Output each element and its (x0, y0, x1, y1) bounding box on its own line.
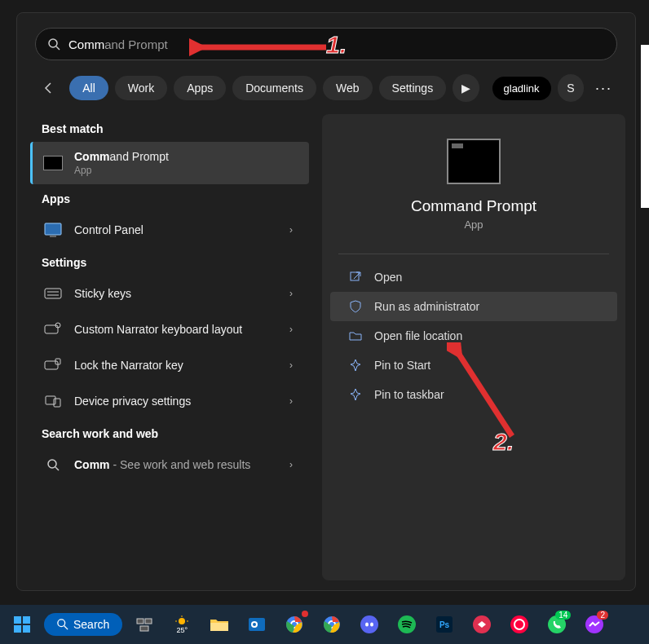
action-label: Pin to taskbar (374, 388, 444, 401)
filter-web[interactable]: Web (323, 76, 373, 100)
svg-point-42 (365, 623, 369, 627)
divider (338, 254, 609, 254)
search-icon (57, 619, 68, 630)
svg-line-14 (55, 467, 59, 470)
taskbar-photoshop[interactable]: Ps (429, 609, 460, 640)
discord-icon (360, 615, 379, 634)
back-button[interactable] (35, 73, 63, 103)
preview-subtitle: App (464, 218, 483, 231)
filter-more-play[interactable]: ▶ (453, 74, 479, 102)
result-title: Custom Narrator keyboard layout (74, 323, 280, 336)
keyboard-icon (42, 284, 64, 303)
svg-point-0 (49, 39, 57, 47)
svg-rect-4 (45, 289, 61, 298)
chevron-right-icon: › (289, 224, 298, 236)
taskbar-whatsapp[interactable]: 14 (541, 609, 572, 640)
action-open-file-location[interactable]: Open file location (330, 321, 617, 351)
taskbar-spotify[interactable] (391, 609, 422, 640)
filter-work[interactable]: Work (115, 76, 167, 100)
notification-badge (302, 611, 308, 617)
taskbar-chrome-a[interactable] (279, 609, 310, 640)
background-edge (641, 45, 649, 208)
filter-documents[interactable]: Documents (232, 76, 316, 100)
svg-rect-19 (23, 616, 30, 624)
action-pin-taskbar[interactable]: Pin to taskbar (330, 380, 617, 409)
svg-point-41 (360, 615, 378, 633)
svg-rect-3 (50, 236, 56, 237)
windows-icon (12, 615, 32, 634)
result-narrator-layout[interactable]: Custom Narrator keyboard layout › (30, 311, 309, 347)
search-input[interactable]: Command Prompt (35, 28, 617, 60)
results-column: Best match Command Prompt App Apps Contr… (27, 114, 312, 580)
taskbar-file-explorer[interactable] (204, 609, 235, 640)
svg-rect-18 (14, 616, 21, 624)
filter-settings[interactable]: Settings (379, 76, 447, 100)
result-device-privacy[interactable]: Device privacy settings › (30, 383, 309, 419)
chrome-icon (322, 615, 342, 634)
chevron-right-icon: › (289, 324, 298, 335)
start-search-panel: Command Prompt All Work Apps Documents W… (16, 12, 636, 591)
svg-line-1 (56, 46, 60, 50)
filter-row: All Work Apps Documents Web Settings ▶ g… (35, 73, 617, 103)
preview-column: Command Prompt App Open Run as administr… (322, 114, 625, 580)
taskbar-chrome-b[interactable] (316, 609, 347, 640)
svg-rect-12 (54, 399, 60, 407)
notification-badge: 2 (597, 611, 608, 620)
result-command-prompt[interactable]: Command Prompt App (30, 142, 309, 184)
account-pill[interactable]: gladlink (492, 77, 551, 100)
result-title: Comm - See work and web results (74, 458, 280, 471)
svg-rect-31 (210, 623, 228, 631)
taskbar-weather[interactable]: 25° (166, 609, 197, 640)
apps-header: Apps (27, 184, 312, 212)
svg-rect-2 (45, 223, 61, 235)
result-web-comm[interactable]: Comm - See work and web results › (30, 447, 309, 483)
filter-all[interactable]: All (69, 76, 108, 100)
preview-app-icon (447, 139, 501, 184)
chevron-right-icon: › (289, 359, 298, 371)
svg-point-13 (48, 460, 56, 468)
action-label: Open (374, 271, 402, 284)
taskbar-search[interactable]: Search (44, 613, 122, 636)
avatar[interactable]: S (558, 74, 584, 102)
svg-point-27 (179, 618, 185, 624)
result-title: Lock the Narrator key (74, 359, 280, 372)
sun-icon (174, 615, 189, 626)
taskbar-app-circle[interactable] (504, 609, 535, 640)
result-sticky-keys[interactable]: Sticky keys › (30, 276, 309, 311)
taskbar-messenger[interactable]: 2 (579, 609, 610, 640)
svg-rect-25 (145, 619, 152, 624)
start-button[interactable] (7, 609, 38, 640)
svg-point-43 (370, 623, 373, 627)
task-view-icon (135, 615, 153, 633)
action-label: Open file location (374, 329, 462, 342)
arrow-left-icon (42, 81, 56, 95)
more-menu[interactable]: ··· (590, 80, 617, 97)
action-open[interactable]: Open (330, 262, 617, 292)
svg-line-23 (64, 626, 68, 629)
taskbar-task-view[interactable] (129, 609, 160, 640)
chevron-right-icon: › (289, 395, 298, 407)
play-icon: ▶ (461, 82, 470, 95)
taskbar-app-red[interactable] (466, 609, 497, 640)
folder-icon (348, 329, 363, 343)
privacy-icon (42, 391, 64, 411)
action-run-as-admin[interactable]: Run as administrator (330, 292, 617, 321)
pin-icon (348, 358, 363, 373)
taskbar-search-label: Search (73, 618, 109, 631)
svg-point-34 (253, 623, 256, 626)
result-title: Sticky keys (74, 287, 280, 300)
cmd-icon (42, 153, 64, 173)
result-title: Command Prompt (74, 150, 298, 163)
filter-apps[interactable]: Apps (174, 76, 226, 100)
spotify-icon (397, 615, 417, 634)
action-label: Pin to Start (374, 359, 430, 372)
result-control-panel[interactable]: Control Panel › (30, 212, 309, 248)
chrome-icon (285, 615, 304, 634)
taskbar-discord[interactable] (354, 609, 385, 640)
search-icon (47, 37, 60, 51)
control-panel-icon (42, 220, 64, 240)
taskbar-outlook[interactable] (241, 609, 272, 640)
result-lock-narrator[interactable]: Lock the Narrator key › (30, 347, 309, 383)
action-pin-start[interactable]: Pin to Start (330, 351, 617, 380)
settings-header: Settings (27, 248, 312, 276)
